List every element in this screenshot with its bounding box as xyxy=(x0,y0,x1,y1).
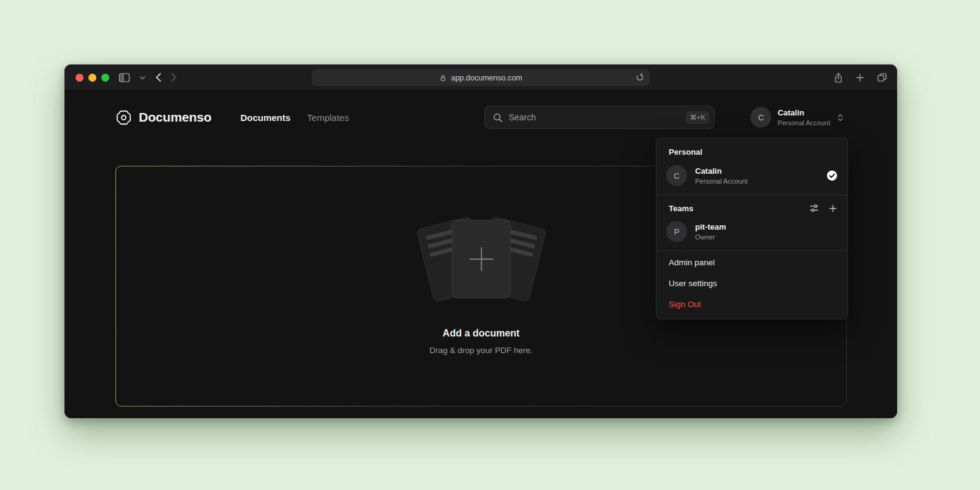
account-avatar: C xyxy=(750,107,771,128)
reload-icon[interactable] xyxy=(635,72,645,82)
titlebar-right-controls xyxy=(834,64,887,90)
documenso-logo-icon xyxy=(115,109,132,126)
add-document-plus-icon xyxy=(470,247,493,271)
teams-heading: Teams xyxy=(669,204,693,213)
app-header: Documenso Documents Templates ⌘+K C xyxy=(115,90,844,144)
team-name: pit-team xyxy=(695,222,726,231)
menu-item-sign-out[interactable]: Sign Out xyxy=(656,294,847,315)
menu-item-admin-panel[interactable]: Admin panel xyxy=(656,252,847,273)
minimize-window-button[interactable] xyxy=(88,74,96,82)
documenso-page: Documenso Documents Templates ⌘+K C xyxy=(64,90,897,418)
tab-overview-icon[interactable] xyxy=(877,72,887,82)
dropzone-subtitle: Drag & drop your PDF here. xyxy=(429,346,532,355)
team-item[interactable]: P pit-team Owner xyxy=(656,217,847,249)
personal-account-item[interactable]: C Catalin Personal Account xyxy=(656,161,847,193)
search-box: ⌘+K xyxy=(484,106,715,129)
selected-check-icon xyxy=(826,170,838,181)
team-role: Owner xyxy=(695,233,726,241)
brand-name: Documenso xyxy=(139,110,211,125)
forward-icon[interactable] xyxy=(171,72,177,82)
close-window-button[interactable] xyxy=(76,74,84,82)
personal-section-heading: Personal xyxy=(656,141,847,161)
search-shortcut-badge: ⌘+K xyxy=(686,111,710,124)
nav-documents[interactable]: Documents xyxy=(240,112,290,123)
browser-titlebar: app.documenso.com xyxy=(64,64,897,90)
add-team-icon[interactable] xyxy=(828,204,838,213)
titlebar-left-controls xyxy=(119,64,177,90)
dropzone-title: Add a document xyxy=(443,328,519,339)
personal-avatar: C xyxy=(666,165,687,186)
personal-name: Catalin xyxy=(695,166,748,176)
menu-divider xyxy=(656,251,847,251)
new-tab-icon[interactable] xyxy=(855,73,865,82)
document-card-center xyxy=(452,220,511,298)
personal-subtitle: Personal Account xyxy=(695,177,748,185)
team-avatar: P xyxy=(666,221,687,242)
brand-logo[interactable]: Documenso xyxy=(115,109,211,126)
lock-icon xyxy=(439,74,447,82)
search-icon xyxy=(492,112,503,123)
address-text: app.documenso.com xyxy=(451,74,522,82)
menu-divider xyxy=(656,195,847,195)
primary-nav: Documents Templates xyxy=(240,112,349,123)
address-bar[interactable]: app.documenso.com xyxy=(312,69,650,86)
account-name: Catalin xyxy=(777,108,830,118)
document-stack-illustration xyxy=(411,213,552,305)
menu-item-user-settings[interactable]: User settings xyxy=(656,273,847,294)
nav-templates[interactable]: Templates xyxy=(307,112,349,123)
teams-section-header: Teams xyxy=(656,196,847,217)
browser-window: app.documenso.com xyxy=(64,64,897,418)
account-dropdown-menu: Personal C Catalin Personal Account Team… xyxy=(656,138,848,319)
tab-group-chevron-icon[interactable] xyxy=(139,76,146,80)
share-icon[interactable] xyxy=(834,72,843,84)
account-menu-trigger[interactable]: C Catalin Personal Account xyxy=(750,107,844,128)
search-input[interactable] xyxy=(508,112,680,122)
account-type: Personal Account xyxy=(777,119,830,126)
back-icon[interactable] xyxy=(155,72,161,82)
zoom-window-button[interactable] xyxy=(101,74,109,82)
traffic-lights xyxy=(76,64,109,90)
chevrons-up-down-icon xyxy=(836,113,844,122)
manage-teams-icon[interactable] xyxy=(809,203,819,213)
sidebar-toggle-icon[interactable] xyxy=(119,72,130,83)
